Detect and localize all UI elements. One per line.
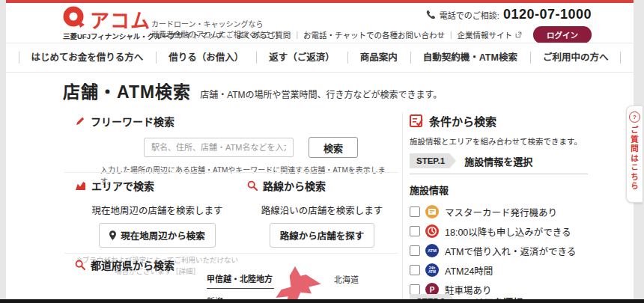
header-link[interactable]: お電話・チャットでの各種お問い合わせ xyxy=(303,29,445,40)
acom-logo-icon[interactable] xyxy=(63,6,85,28)
facility-label: ATMで借り入れ・返済ができる xyxy=(445,244,576,258)
checkbox[interactable] xyxy=(410,226,420,236)
phone-icon xyxy=(426,10,436,19)
page-title: 店舗・ATM検索 xyxy=(63,78,191,103)
hokkaido-map-label[interactable]: 北海道 xyxy=(334,273,359,285)
checkbox[interactable] xyxy=(410,265,420,275)
header-link[interactable]: よくあるご質問 xyxy=(236,29,291,40)
divider xyxy=(64,172,398,173)
location-pin-icon xyxy=(109,230,116,240)
facility-checkbox-item[interactable]: 24hATMATM24時間 xyxy=(410,260,588,280)
header-link[interactable]: サイトマップ xyxy=(176,29,223,40)
top-accent-bar xyxy=(6,0,634,3)
phone-label: 電話でのご相談: xyxy=(440,9,499,21)
search-magnifier-icon xyxy=(247,180,258,191)
area-title: エリアで検索 xyxy=(91,178,154,193)
browser-viewport: アコム 三菱UFJフィナンシャル・グループ カードローン・キャッシングなら 消費… xyxy=(0,0,644,303)
phone-number[interactable]: 0120-07-1000 xyxy=(503,7,592,22)
column-divider xyxy=(402,112,403,299)
divider xyxy=(64,253,398,254)
facility-checkbox-item[interactable]: ATMATMで借り入れ・返済ができる xyxy=(410,241,588,260)
page-subtitle: 店舗・ATMの場所や営業時間、行き方などが検索できます。 xyxy=(200,88,442,103)
bottom-window-bar xyxy=(0,299,644,303)
facility-label: ATM24時間 xyxy=(445,263,493,278)
freeword-search-button[interactable]: 検索 xyxy=(309,137,358,158)
current-location-button-label: 現在地周辺から検索 xyxy=(121,228,205,242)
question-side-tab[interactable]: ? ご質問はこちら xyxy=(626,105,643,203)
hokkaido-map-shape[interactable] xyxy=(261,266,329,299)
conditions-title: 条件から検索 xyxy=(429,113,496,129)
freeword-search-input[interactable] xyxy=(144,138,294,157)
clock-icon xyxy=(425,224,439,238)
facility-label: 18:00以降も申し込みができる xyxy=(445,224,571,239)
freeword-search-section: フリーワード検索 検索 入力した場所の周辺にある店舗・ATMやキーワードに関連す… xyxy=(75,114,397,186)
nav-item[interactable]: はじめてお金を借りる方へ xyxy=(19,43,157,72)
area-description: 現在地周辺の店舗を検索します xyxy=(75,203,240,217)
header-link[interactable]: 企業情報サイト xyxy=(458,29,513,40)
facility-checkbox-item[interactable]: 18:00以降も申し込みができる xyxy=(410,221,588,241)
current-location-search-button[interactable]: 現在地周辺から検索 xyxy=(99,223,216,248)
link-separator: | xyxy=(450,31,452,39)
area-title-row: エリアで検索 xyxy=(75,178,240,193)
checkbox[interactable] xyxy=(410,206,420,217)
freeword-title: フリーワード検索 xyxy=(91,114,174,129)
prefecture-title: 都道府県から検索 xyxy=(91,257,174,272)
route-description: 路線沿いの店舗を検索します xyxy=(247,203,397,217)
page-title-row: 店舗・ATM検索 店舗・ATMの場所や営業時間、行き方などが検索できます。 xyxy=(63,78,442,103)
checklist-icon xyxy=(410,114,423,128)
route-title: 路線から検索 xyxy=(263,178,326,193)
conditions-description: 施設情報とエリアを組み合わせて検索できます。 xyxy=(410,135,588,147)
search-magnifier-icon xyxy=(75,260,85,270)
header-links-row: サイトマップ|よくあるご質問|お電話・チャットでの各種お問い合わせ|企業情報サイ… xyxy=(176,26,592,43)
step1-chip: STEP.1 xyxy=(410,153,456,168)
atm-icon: ATM xyxy=(425,244,439,257)
route-title-row: 路線から検索 xyxy=(247,178,397,193)
nav-item[interactable]: 返す（ご返済） xyxy=(256,43,347,72)
main-navigation: はじめてお金を借りる方へ借りる（お借入）返す（ご返済）商品案内自動契約機・ATM… xyxy=(6,43,634,73)
checkbox[interactable] xyxy=(410,284,420,295)
step1-label: 施設情報を選択 xyxy=(464,154,532,168)
brand-logo-text[interactable]: アコム xyxy=(90,5,151,33)
facility-heading: 施設情報 xyxy=(410,183,588,197)
facility-checkbox-list: マスターカード発行機あり18:00以降も申し込みができるATMATMで借り入れ・… xyxy=(410,202,588,299)
header-links-list: サイトマップ|よくあるご質問|お電話・チャットでの各種お問い合わせ|企業情報サイ… xyxy=(176,29,522,40)
header-right: 電話でのご相談: 0120-07-1000 サイトマップ|よくあるご質問|お電話… xyxy=(176,7,592,43)
link-separator: | xyxy=(296,31,298,39)
area-map-icon xyxy=(75,181,86,191)
freeword-title-row: フリーワード検索 xyxy=(75,114,397,129)
facility-label: マスターカード発行機あり xyxy=(445,205,557,219)
step1-row: STEP.1 施設情報を選択 xyxy=(410,153,588,174)
question-icon: ? xyxy=(629,111,640,123)
atm-24h-icon: 24hATM xyxy=(425,263,439,277)
facility-checkbox-item[interactable]: マスターカード発行機あり xyxy=(410,202,588,221)
prefecture-search-section: 都道府県から検索 xyxy=(75,257,174,272)
step2-chip: STEP.2 xyxy=(410,294,456,299)
nav-item[interactable]: 商品案内 xyxy=(347,43,410,72)
nav-item[interactable]: 借りる（お借入） xyxy=(156,43,256,72)
route-search-section: 路線から検索 路線沿いの店舗を検索します 路線から店舗を探す xyxy=(247,178,397,248)
prefecture-title-row: 都道府県から検索 xyxy=(75,257,174,272)
nav-item[interactable]: 自動契約機・ATM検索 xyxy=(410,43,530,72)
question-tab-label: ご質問はこちら xyxy=(629,126,640,192)
login-button[interactable]: ログイン xyxy=(533,26,592,43)
phone-contact: 電話でのご相談: 0120-07-1000 xyxy=(426,7,592,22)
conditions-search-section: 条件から検索 施設情報とエリアを組み合わせて検索できます。 STEP.1 施設情… xyxy=(410,113,588,299)
external-link-icon xyxy=(515,31,522,38)
nav-item[interactable]: ご利用中の方へ xyxy=(530,43,622,72)
acom-page: アコム 三菱UFJフィナンシャル・グループ カードローン・キャッシングなら 消費… xyxy=(6,0,634,299)
freeword-input-row: 検索 xyxy=(144,137,397,158)
step2-row: STEP.2 エリアを選択 xyxy=(410,294,588,299)
route-search-button[interactable]: 路線から店舗を探す xyxy=(270,223,375,248)
pencil-icon xyxy=(75,116,85,126)
conditions-title-row: 条件から検索 xyxy=(410,113,588,129)
link-separator: | xyxy=(228,31,231,39)
card-issuer-icon xyxy=(425,205,439,218)
checkbox[interactable] xyxy=(410,245,420,256)
